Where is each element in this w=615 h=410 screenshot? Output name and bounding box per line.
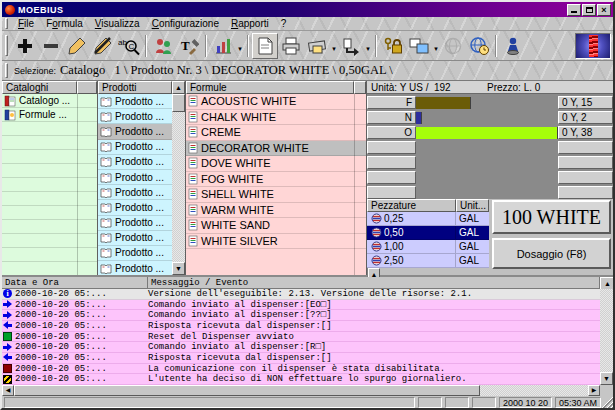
prodotti-header[interactable]: Prodotti [98,81,172,94]
prodotti-scrollbar[interactable]: ▲ ▼ [172,81,185,275]
log-row[interactable]: 2000-10-20 05:...Comando inviato al disp… [2,310,600,321]
list-item-prodotto[interactable]: Prodotto ... [98,216,172,231]
selbar-grip[interactable] [5,63,8,78]
log-hscrollbar[interactable]: ◀ ▶ [2,385,613,396]
menu-help[interactable]: ? [275,17,293,30]
scroll-down-icon[interactable]: ▼ [172,262,185,275]
log-row[interactable]: 2000-10-20 05:...L'utente ha deciso di N… [2,374,600,385]
pezzatura-row[interactable]: 0,25GAL [367,212,489,226]
dosaggio-button[interactable]: Dosaggio (F8) [492,238,611,269]
menu-visualizza[interactable]: Visualizza [89,17,146,30]
log-row[interactable]: 2000-10-20 05:...Comando inviato al disp… [2,300,600,311]
menu-rapporti[interactable]: Rapporti [225,17,275,30]
list-item-prodotto[interactable]: Prodotto ... [98,231,172,246]
network-offline-button[interactable] [440,33,466,59]
component-amount: 0 Y, 38 [558,126,613,139]
list-item-prodotto[interactable]: Prodotto ... [98,109,172,124]
list-item-prodotto[interactable]: Prodotto ... [98,140,172,155]
scroll-up-icon[interactable]: ▲ [172,81,185,94]
formule-header[interactable]: Formule [186,81,354,94]
displays-button[interactable] [406,33,432,59]
list-item-catalogo[interactable]: Catalogo ... [2,94,97,108]
log-scroll-down-icon[interactable]: ▼ [600,372,613,385]
list-item-prodotto[interactable]: Prodotto ... [98,155,172,170]
pezzature-header[interactable]: Pezzature [367,199,456,212]
print-button[interactable] [278,33,304,59]
pezzatura-row-selected[interactable]: 0,50GAL [367,226,489,240]
export-button[interactable] [338,33,364,59]
close-button[interactable]: × [597,4,611,16]
formule-subheader[interactable] [354,81,366,94]
list-item-prodotto-selected[interactable]: Prodotto ... [98,124,172,139]
unit-header[interactable]: Unit... [456,199,489,212]
add-button[interactable] [12,33,38,59]
formula-item[interactable]: SHELL WHITE [186,187,366,203]
maximize-button[interactable] [582,4,596,16]
menu-configurazione[interactable]: Configurazione [146,17,225,30]
scroll-left-icon[interactable]: ◀ [2,385,14,396]
list-item-prodotto[interactable]: Prodotto ... [98,261,172,275]
preview-button[interactable] [252,33,278,59]
pezzatura-row[interactable]: 1,00GAL [367,240,489,254]
list-item-prodotto[interactable]: Prodotto ... [98,200,172,215]
delete-button[interactable] [90,33,116,59]
arrow-right-icon [3,311,12,320]
customers-button[interactable] [150,33,176,59]
minimize-button[interactable] [567,4,581,16]
log-row[interactable]: 2000-10-20 05:...Risposta ricevuta dal d… [2,321,600,332]
log-row[interactable]: i2000-10-20 05:...Versione dell'eseguibi… [2,289,600,300]
chart-button[interactable] [210,33,236,59]
operator-button[interactable] [500,33,526,59]
formula-item[interactable]: DOVE WHITE [186,156,366,172]
export-dropdown-icon[interactable]: ▾ [364,45,372,53]
list-item-formule[interactable]: Formule ... [2,108,97,122]
moebius-window: MOEBIUS × File Formula Visualizza Config… [0,0,615,410]
formula-item[interactable]: CREME [186,125,366,141]
hscroll-thumb[interactable] [14,385,480,396]
formula-item[interactable]: WARM WHITE [186,203,366,219]
scroll-right-icon[interactable]: ▶ [588,385,600,396]
units-label: Unità: Y US / 192 [367,82,487,93]
print-labels-dropdown-icon[interactable]: ▾ [330,45,338,53]
find-button[interactable]: abC [116,33,142,59]
menubar-grip[interactable] [5,18,8,28]
menu-formula[interactable]: Formula [40,17,89,30]
formula-item[interactable]: CHALK WHITE [186,110,366,126]
remove-button[interactable] [38,33,64,59]
pezzatura-row[interactable]: 2,50GAL [367,254,489,268]
print-labels-button[interactable] [304,33,330,59]
log-header-date[interactable]: Data e Ora [2,277,148,288]
list-item-prodotto[interactable]: Prodotto ... [98,170,172,185]
log-row[interactable]: 2000-10-20 05:...Reset del Dispenser avv… [2,332,600,343]
monitors-icon [409,36,429,56]
edit-button[interactable] [64,33,90,59]
toolbar-separator [495,35,497,57]
displays-dropdown-icon[interactable]: ▾ [432,45,440,53]
formula-item[interactable]: ACOUSTIC WHITE [186,94,366,110]
log-row[interactable]: 2000-10-20 05:...Risposta ricevuta dal d… [2,353,600,364]
log-header-message[interactable]: Messaggio / Evento [148,277,600,288]
scroll-thumb[interactable] [172,94,185,112]
formule-book-icon [4,109,16,121]
log-vscrollbar[interactable]: ▼ [600,289,613,385]
list-item-prodotto[interactable]: Prodotto ... [98,94,172,109]
log-row[interactable]: 2000-10-20 05:...La comunicazione con il… [2,364,600,375]
formula-item-selected[interactable]: DECORATOR WHITE [186,141,366,157]
list-item-prodotto[interactable]: Prodotto ... [98,185,172,200]
globe-clock-icon [469,36,489,56]
formula-tools-button[interactable]: T [176,33,202,59]
log-header: Data e Ora Messaggio / Evento ▲ [2,277,613,289]
network-clock-button[interactable] [466,33,492,59]
resize-grip[interactable] [601,397,613,408]
formula-item[interactable]: WHITE SILVER [186,234,366,250]
toolbar-grip[interactable] [5,35,8,57]
formula-item[interactable]: FOG WHITE [186,172,366,188]
cataloghi-subheader[interactable] [77,81,97,94]
security-button[interactable] [380,33,406,59]
formula-item[interactable]: WHITE SAND [186,218,366,234]
list-item-prodotto[interactable]: Prodotto ... [98,246,172,261]
chart-dropdown-icon[interactable]: ▾ [236,45,244,53]
menu-file[interactable]: File [12,17,40,30]
log-row[interactable]: 2000-10-20 05:...Comando inviato al disp… [2,342,600,353]
cataloghi-header[interactable]: Cataloghi [2,81,77,94]
